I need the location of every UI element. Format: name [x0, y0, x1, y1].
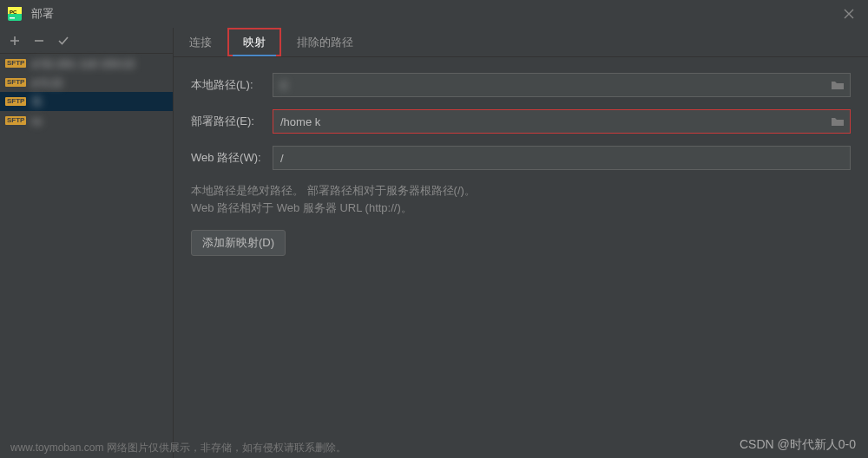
- server-label: 实: [31, 94, 43, 109]
- watermark-right: CSDN @时代新人0-0: [740, 437, 856, 453]
- local-path-row: 本地路径(L): C: [191, 73, 851, 97]
- check-icon[interactable]: [57, 35, 69, 47]
- local-path-value: C: [280, 79, 288, 92]
- sidebar: SFTP d 52.201 110 153:22 SFTP d 5:22 SFT…: [0, 28, 174, 458]
- deploy-path-row: 部署路径(E): /home k: [191, 109, 851, 134]
- sftp-badge-icon: SFTP: [5, 78, 26, 87]
- deploy-path-input[interactable]: /home k: [273, 109, 851, 134]
- sftp-badge-icon: SFTP: [5, 97, 26, 106]
- window-title: 部署: [31, 6, 837, 22]
- deploy-path-value: /home k: [280, 115, 320, 128]
- server-item[interactable]: SFTP ro: [0, 111, 173, 130]
- deploy-path-label: 部署路径(E):: [191, 114, 273, 129]
- content: 连接 映射 排除的路径 本地路径(L): C: [174, 28, 868, 458]
- server-label: d 52.201 110 153:22: [31, 57, 135, 70]
- server-item[interactable]: SFTP d 5:22: [0, 73, 173, 92]
- main-area: SFTP d 52.201 110 153:22 SFTP d 5:22 SFT…: [0, 28, 868, 458]
- local-path-label: 本地路径(L):: [191, 77, 273, 93]
- tabs: 连接 映射 排除的路径: [174, 28, 868, 57]
- close-button[interactable]: [837, 5, 861, 23]
- remove-icon[interactable]: [33, 35, 45, 47]
- svg-rect-3: [10, 17, 15, 19]
- help-line-1: 本地路径是绝对路径。 部署路径相对于服务器根路径(/)。: [191, 182, 851, 200]
- web-path-label: Web 路径(W):: [191, 150, 273, 166]
- tab-mapping[interactable]: 映射: [227, 28, 281, 56]
- folder-icon[interactable]: [829, 76, 846, 94]
- tab-connection[interactable]: 连接: [174, 28, 227, 56]
- sftp-badge-icon: SFTP: [5, 116, 26, 125]
- server-item[interactable]: SFTP 实: [0, 92, 173, 111]
- titlebar: PC 部署: [0, 0, 868, 28]
- folder-icon[interactable]: [829, 113, 846, 130]
- form-area: 本地路径(L): C 部署路径(E):: [174, 57, 868, 272]
- watermark-left: www.toymoban.com 网络图片仅供展示，非存储，如有侵权请联系删除。: [10, 441, 346, 455]
- sftp-badge-icon: SFTP: [5, 59, 26, 68]
- svg-text:PC: PC: [10, 10, 17, 15]
- app-icon: PC: [7, 6, 23, 22]
- tab-excluded[interactable]: 排除的路径: [281, 28, 369, 56]
- local-path-input[interactable]: C: [273, 73, 851, 97]
- web-path-input[interactable]: /: [273, 146, 851, 170]
- sidebar-toolbar: [0, 28, 173, 54]
- add-mapping-button[interactable]: 添加新映射(D): [191, 230, 286, 256]
- help-line-2: Web 路径相对于 Web 服务器 URL (http://)。: [191, 200, 851, 217]
- server-label: d 5:22: [31, 76, 62, 89]
- server-item[interactable]: SFTP d 52.201 110 153:22: [0, 54, 173, 73]
- help-text: 本地路径是绝对路径。 部署路径相对于服务器根路径(/)。 Web 路径相对于 W…: [191, 182, 851, 216]
- web-path-value: /: [280, 152, 284, 165]
- server-label: ro: [31, 114, 42, 128]
- server-list: SFTP d 52.201 110 153:22 SFTP d 5:22 SFT…: [0, 54, 173, 458]
- web-path-row: Web 路径(W): /: [191, 146, 851, 170]
- add-icon[interactable]: [9, 35, 21, 47]
